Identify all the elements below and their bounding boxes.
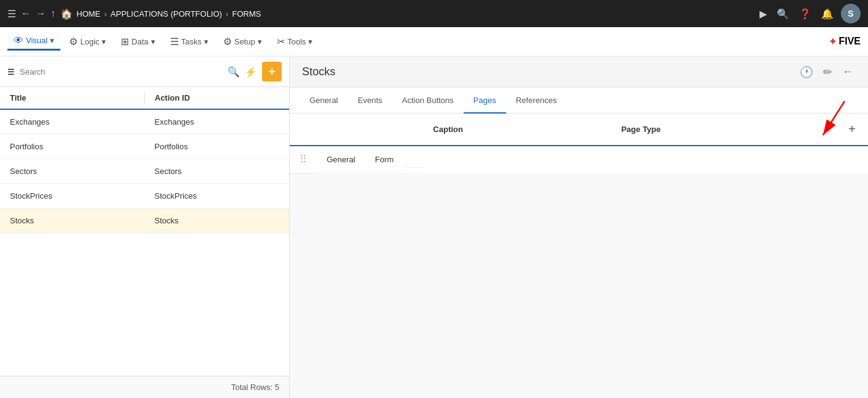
table-footer: Total Rows: 5 <box>0 376 289 398</box>
row-actionid-exchanges: Exchanges <box>145 110 290 134</box>
toolbar-data[interactable]: ⊞ Data ▾ <box>115 33 161 50</box>
visual-dropdown-icon: ▾ <box>50 36 54 45</box>
back-icon[interactable]: ← <box>21 8 31 19</box>
top-bar-left: ☰ ← → ↑ 🏠 HOME › APPLICATIONS (PORTFOLIO… <box>7 8 752 20</box>
page-type-cell: Form <box>365 147 403 172</box>
table-row[interactable]: StockPrices StockPrices <box>0 184 289 209</box>
tasks-dropdown-icon: ▾ <box>204 37 208 46</box>
tools-dropdown-icon: ▾ <box>308 37 313 46</box>
col-add-action: + <box>836 114 868 146</box>
col-caption: Caption <box>424 114 612 146</box>
up-icon[interactable]: ↑ <box>51 8 55 19</box>
row-title-sectors: Sectors <box>0 159 145 183</box>
help-button[interactable]: ❓ <box>796 6 814 22</box>
edit-button[interactable]: ✏ <box>821 63 835 81</box>
col-page-type: Page Type <box>612 114 837 146</box>
drag-handle-cell: ⠿ <box>290 146 317 173</box>
table-row[interactable]: Sectors Sectors <box>0 159 289 184</box>
tab-references[interactable]: References <box>506 88 567 114</box>
add-page-button[interactable]: + <box>846 120 858 139</box>
total-rows-label: Total Rows: 5 <box>231 383 279 392</box>
add-button[interactable]: + <box>262 62 282 81</box>
col-title: Title <box>0 87 144 109</box>
top-navigation-bar: ☰ ← → ↑ 🏠 HOME › APPLICATIONS (PORTFOLIO… <box>0 0 868 27</box>
tab-general[interactable]: General <box>300 88 348 114</box>
content-area: Caption Page Type + ⠿ General <box>290 114 868 174</box>
table-body: Exchanges Exchanges Portfolios Portfolio… <box>0 110 289 376</box>
toolbar-right: ✦ FIVE <box>829 36 861 48</box>
page-caption-cell: General <box>317 147 365 172</box>
search-input[interactable] <box>20 67 223 77</box>
logic-icon: ⚙ <box>69 36 78 48</box>
col-action-id: Action ID <box>145 87 289 109</box>
left-panel: ☰ 🔍 ⚡ + Title Action ID Exchanges Exchan… <box>0 57 290 398</box>
row-title-exchanges: Exchanges <box>0 110 145 134</box>
search-icon[interactable]: 🔍 <box>227 66 240 78</box>
toolbar-logic[interactable]: ⚙ Logic ▾ <box>63 33 112 50</box>
content-table-header-row: Caption Page Type + <box>290 114 868 146</box>
home-icon: 🏠 <box>60 8 73 20</box>
row-title-stocks: Stocks <box>0 209 145 233</box>
table-row-stocks[interactable]: Stocks Stocks <box>0 209 289 233</box>
toolbar-setup[interactable]: ⚙ Setup ▾ <box>217 33 268 50</box>
visual-label: Visual <box>26 36 47 45</box>
tasks-label: Tasks <box>181 37 202 46</box>
page-actions-cell <box>404 152 424 168</box>
page-row-general[interactable]: ⠿ General Form <box>290 146 424 174</box>
row-actionid-stockprices: StockPrices <box>145 184 290 208</box>
history-button[interactable]: 🕐 <box>797 63 816 81</box>
left-panel-menu-icon: ☰ <box>7 67 15 77</box>
notifications-button[interactable]: 🔔 <box>819 6 836 22</box>
setup-icon: ⚙ <box>223 36 232 48</box>
play-button[interactable]: ▶ <box>757 6 769 22</box>
forms-link[interactable]: FORMS <box>232 9 261 19</box>
breadcrumb-sep-2: › <box>226 9 228 19</box>
row-actionid-sectors: Sectors <box>145 159 290 183</box>
tasks-icon: ☰ <box>170 36 179 48</box>
table-row[interactable]: Exchanges Exchanges <box>0 110 289 135</box>
user-avatar[interactable]: S <box>841 4 861 23</box>
applications-link[interactable]: APPLICATIONS (PORTFOLIO) <box>110 9 222 19</box>
setup-label: Setup <box>234 37 255 46</box>
content-wrapper: Caption Page Type + ⠿ General <box>290 114 868 174</box>
forward-icon[interactable]: → <box>36 8 46 19</box>
toolbar-visual[interactable]: 👁 Visual ▾ <box>7 33 60 51</box>
row-title-portfolios: Portfolios <box>0 135 145 159</box>
pages-table: Caption Page Type + ⠿ General <box>290 114 868 174</box>
data-icon: ⊞ <box>121 36 129 48</box>
home-link[interactable]: HOME <box>76 9 100 19</box>
five-logo: ✦ FIVE <box>829 36 861 48</box>
toolbar-tasks[interactable]: ☰ Tasks ▾ <box>164 33 215 50</box>
setup-dropdown-icon: ▾ <box>258 37 262 46</box>
tab-events[interactable]: Events <box>348 88 392 114</box>
data-label: Data <box>131 37 148 46</box>
main-toolbar: 👁 Visual ▾ ⚙ Logic ▾ ⊞ Data ▾ ☰ Tasks ▾ … <box>0 27 868 57</box>
five-logo-text: FIVE <box>838 36 861 47</box>
right-header-actions: 🕐 ✏ ← <box>797 63 856 81</box>
drag-handle-icon[interactable]: ⠿ <box>300 154 307 165</box>
toolbar-tools[interactable]: ✂ Tools ▾ <box>271 33 319 50</box>
breadcrumb-sep-1: › <box>104 9 107 19</box>
search-topbar-button[interactable]: 🔍 <box>774 6 792 22</box>
flash-icon[interactable]: ⚡ <box>245 66 257 78</box>
right-panel: Stocks 🕐 ✏ ← General Events Action Butto… <box>290 57 868 398</box>
back-button[interactable]: ← <box>840 63 856 81</box>
main-content: ☰ 🔍 ⚡ + Title Action ID Exchanges Exchan… <box>0 57 868 398</box>
tabs-bar: General Events Action Buttons Pages Refe… <box>290 88 868 114</box>
table-header: Title Action ID <box>0 87 289 110</box>
row-actionid-portfolios: Portfolios <box>145 135 290 159</box>
five-logo-star: ✦ <box>829 36 837 48</box>
data-dropdown-icon: ▾ <box>151 37 155 46</box>
tab-pages[interactable]: Pages <box>464 88 506 114</box>
tab-action-buttons[interactable]: Action Buttons <box>392 88 464 114</box>
visual-icon: 👁 <box>14 35 23 46</box>
breadcrumb: 🏠 HOME › APPLICATIONS (PORTFOLIO) › FORM… <box>60 8 261 20</box>
row-title-stockprices: StockPrices <box>0 184 145 208</box>
right-header: Stocks 🕐 ✏ ← <box>290 57 868 88</box>
tools-label: Tools <box>287 37 306 46</box>
menu-icon[interactable]: ☰ <box>7 8 16 20</box>
table-row[interactable]: Portfolios Portfolios <box>0 135 289 159</box>
tools-icon: ✂ <box>277 36 285 48</box>
row-actionid-stocks: Stocks <box>145 209 290 233</box>
top-bar-right: ▶ 🔍 ❓ 🔔 S <box>757 4 861 23</box>
